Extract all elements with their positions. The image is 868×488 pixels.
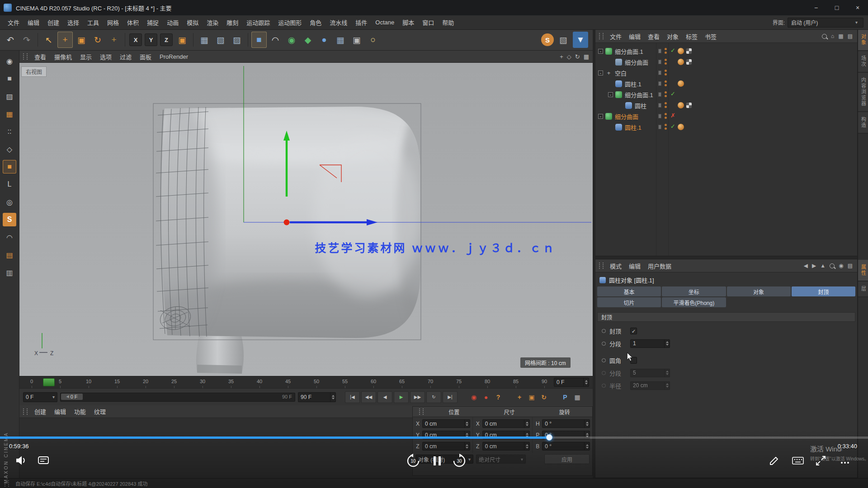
autokey-button[interactable]: ● <box>481 392 491 402</box>
timeline-menu-0[interactable]: 创建 <box>30 408 50 415</box>
stepper-icon[interactable] <box>664 382 670 389</box>
visibility-dots-icon[interactable] <box>664 113 667 120</box>
coords-input[interactable]: 0 ° <box>542 419 590 428</box>
timeline-menu-2[interactable]: 功能 <box>70 408 90 415</box>
om-menu-0[interactable]: 文件 <box>606 32 625 41</box>
coords-input[interactable]: 0 cm <box>482 442 530 450</box>
record-parameter-button[interactable]: P <box>561 392 570 402</box>
spline-snap-icon[interactable]: ◠ <box>3 230 16 244</box>
move-tool[interactable]: + <box>57 32 73 48</box>
ruler-frame-field[interactable]: 0 F <box>554 378 589 387</box>
paint-icon[interactable]: ▧ <box>556 32 571 48</box>
axis-mode-icon[interactable]: L <box>3 178 16 191</box>
material-tag-icon[interactable] <box>678 59 684 65</box>
workplane-mode-icon[interactable]: ▦ <box>3 107 16 121</box>
layer-chip[interactable] <box>658 103 661 108</box>
menubar-item-16[interactable]: 插件 <box>351 18 371 27</box>
menubar-item-18[interactable]: 脚本 <box>398 18 418 27</box>
visibility-dots-icon[interactable] <box>664 47 667 55</box>
render-picture-viewer-icon[interactable]: ▧ <box>213 32 228 48</box>
object-row[interactable]: -细分曲面.1✓ <box>595 89 857 100</box>
menubar-item-8[interactable]: 动画 <box>163 18 183 27</box>
side-tab-top-3[interactable]: 构造 <box>858 112 868 134</box>
minimize-button[interactable]: − <box>806 0 826 15</box>
am-menu-1[interactable]: 编辑 <box>625 262 644 270</box>
layer-chip[interactable] <box>658 125 661 129</box>
goto-end-button[interactable]: ▶| <box>443 391 458 403</box>
record-keyframe-button[interactable]: ◉ <box>469 392 478 402</box>
cap-toggle-checkbox[interactable]: ✓ <box>630 328 637 334</box>
visibility-dots-icon[interactable] <box>664 69 667 76</box>
menubar-item-15[interactable]: 流水线 <box>326 18 351 27</box>
attribute-section-header[interactable]: 封顶 <box>597 312 855 322</box>
panel-grip-icon[interactable] <box>23 53 28 60</box>
coords-input[interactable]: 0 ° <box>542 442 590 450</box>
loop-button[interactable]: ↻ <box>426 391 441 403</box>
stepper-icon[interactable] <box>524 442 529 450</box>
visibility-dots-icon[interactable] <box>664 102 667 109</box>
stepper-icon[interactable] <box>464 442 470 450</box>
keyframe-selection-button[interactable]: ▦ <box>573 392 582 402</box>
menubar-item-1[interactable]: 编辑 <box>24 18 43 27</box>
object-origin-dot[interactable] <box>284 220 290 225</box>
lock-x-axis[interactable]: X <box>129 33 142 46</box>
expander-icon[interactable]: - <box>598 49 603 54</box>
render-view-icon[interactable]: ▦ <box>197 32 212 48</box>
primitive-cube-icon[interactable]: ■ <box>251 32 267 48</box>
edges-mode-icon[interactable]: ◇ <box>3 142 16 156</box>
om-menu-4[interactable]: 标签 <box>682 32 701 41</box>
menubar-item-5[interactable]: 网格 <box>103 18 123 27</box>
snap-icon[interactable]: S <box>3 213 16 226</box>
stepper-icon[interactable] <box>584 442 590 450</box>
make-editable-icon[interactable]: ◉ <box>3 54 16 68</box>
toggle-view-icon[interactable]: ▦ <box>584 53 589 60</box>
lock-axis-icon[interactable]: ◎ <box>3 195 16 209</box>
viewport-canvas[interactable]: X Z <box>19 63 593 376</box>
texture-mode-icon[interactable]: ▨ <box>3 89 16 103</box>
viewport-menu-1[interactable]: 摄像机 <box>50 52 76 61</box>
layer-chip[interactable] <box>658 81 661 86</box>
menubar-item-7[interactable]: 捕捉 <box>143 18 163 27</box>
viewport-menu-0[interactable]: 查看 <box>30 52 50 61</box>
apply-button[interactable]: 应用 <box>544 454 590 464</box>
object-row[interactable]: -细分曲面.1✓ <box>595 46 857 56</box>
menubar-item-11[interactable]: 雕刻 <box>222 18 242 27</box>
checker-tag-icon[interactable] <box>686 59 692 65</box>
visibility-dots-icon[interactable] <box>664 58 667 66</box>
material-tag-icon[interactable] <box>678 102 684 108</box>
home-icon[interactable]: ⌂ <box>831 33 834 39</box>
keyframe-circle-icon[interactable] <box>602 371 606 375</box>
live-selection-tool[interactable]: ↖ <box>41 32 57 48</box>
layer-chip[interactable] <box>658 60 661 64</box>
side-tab-bottom-1[interactable]: 层 <box>858 282 868 297</box>
panel-grip-icon[interactable] <box>599 263 604 269</box>
attr-tab2-0[interactable]: 切片 <box>597 297 661 307</box>
danmaku-icon[interactable] <box>38 456 49 467</box>
coords-input[interactable]: 0 cm <box>422 442 470 450</box>
keyframe-circle-icon[interactable] <box>602 342 606 346</box>
last-tool[interactable]: + <box>106 32 122 48</box>
record-scale-button[interactable]: ▣ <box>527 392 536 402</box>
layer-chip[interactable] <box>658 114 661 118</box>
current-frame-marker[interactable] <box>43 378 55 386</box>
side-tab-top-2[interactable]: 内容浏览器 <box>858 73 868 112</box>
record-rotation-button[interactable]: ↻ <box>539 392 548 402</box>
scale-tool[interactable]: ▣ <box>74 32 89 48</box>
coords-size-dropdown[interactable]: 绝对尺寸 ▾ <box>476 455 526 464</box>
fillet-segments-field[interactable]: 5 <box>630 369 670 377</box>
stepper-icon[interactable] <box>664 369 670 377</box>
record-position-button[interactable]: + <box>515 392 524 402</box>
workplane-lock-icon[interactable]: ▥ <box>3 266 16 279</box>
current-frame-dropdown[interactable]: 0 F ▾ <box>23 392 57 402</box>
object-row[interactable]: -+空白 <box>595 67 857 78</box>
attr-tab-1[interactable]: 坐标 <box>662 286 726 296</box>
visibility-dots-icon[interactable] <box>664 123 667 131</box>
parent-icon[interactable]: ▲ <box>820 263 826 269</box>
layer-chip[interactable] <box>658 70 661 75</box>
annotate-pencil-icon[interactable] <box>769 455 779 468</box>
keyframe-circle-icon[interactable] <box>602 384 606 388</box>
timeline-menu-3[interactable]: 纹理 <box>90 408 110 415</box>
material-tag-icon[interactable] <box>678 80 684 87</box>
stepper-icon[interactable] <box>583 378 589 386</box>
search-icon[interactable] <box>830 263 835 268</box>
